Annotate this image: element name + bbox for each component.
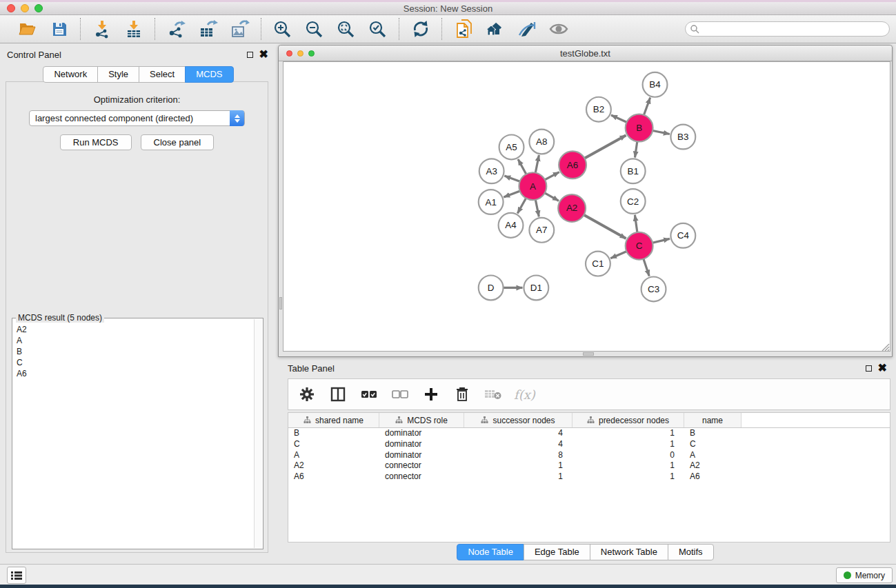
tab-node-table[interactable]: Node Table: [457, 544, 524, 560]
network-graph[interactable]: B4B2BB3A8A5A6A3B1AA1C2A2A4A7C4CC1C3DD1: [283, 62, 890, 351]
toolbar-separator: [261, 18, 261, 40]
tab-select[interactable]: Select: [139, 66, 186, 83]
graph-node-B3[interactable]: B3: [670, 125, 695, 150]
export-image-icon[interactable]: [227, 17, 252, 41]
control-panel-title: Control Panel: [3, 50, 61, 60]
graph-node-C4[interactable]: C4: [670, 223, 695, 248]
graph-node-C1[interactable]: C1: [586, 252, 610, 276]
graph-node-A3[interactable]: A3: [479, 159, 504, 183]
open-file-icon[interactable]: [14, 17, 40, 41]
list-item[interactable]: C: [14, 357, 253, 368]
table-row[interactable]: A dominator 8 0 A: [288, 450, 890, 461]
graph-node-A2[interactable]: A2: [558, 194, 586, 222]
column-header-successor-nodes[interactable]: successor nodes: [464, 413, 573, 427]
search-input[interactable]: [685, 21, 890, 37]
tab-style[interactable]: Style: [97, 66, 139, 83]
graph-node-B2[interactable]: B2: [586, 97, 611, 122]
resize-grip-icon[interactable]: [881, 342, 890, 351]
close-table-panel-icon[interactable]: ✖: [878, 365, 887, 372]
network-document-icon[interactable]: [450, 17, 476, 41]
import-table-icon[interactable]: [121, 17, 146, 41]
float-table-panel-icon[interactable]: [866, 365, 872, 372]
graph-node-D1[interactable]: D1: [524, 276, 548, 301]
horizontal-scrollbar-thumb[interactable]: [583, 352, 594, 356]
eye-icon[interactable]: [546, 17, 571, 41]
graph-node-B4[interactable]: B4: [643, 72, 668, 97]
graph-node-C2[interactable]: C2: [621, 189, 646, 214]
tab-mcds[interactable]: MCDS: [185, 66, 233, 83]
memory-button[interactable]: Memory: [836, 567, 893, 583]
export-table-icon[interactable]: [195, 17, 221, 41]
table-panel-title: Table Panel: [278, 363, 335, 374]
tab-motifs[interactable]: Motifs: [668, 544, 714, 560]
split-columns-icon[interactable]: [328, 383, 348, 405]
optimization-criterion-label: Optimization criterion:: [6, 94, 268, 105]
function-builder-icon[interactable]: f(x): [514, 387, 535, 402]
svg-text:B: B: [636, 123, 642, 133]
close-panel-button[interactable]: Close panel: [141, 134, 215, 150]
zoom-out-icon[interactable]: [301, 17, 327, 41]
delete-column-icon[interactable]: [452, 383, 472, 405]
home-icon[interactable]: [482, 17, 508, 41]
table-row[interactable]: C dominator 4 1 C: [288, 439, 890, 450]
table-panel-tabs: Node Table Edge Table Network Table Moti…: [278, 544, 893, 560]
node-table: shared name MCDS role successor nodes pr…: [288, 412, 890, 543]
svg-text:A3: A3: [486, 166, 497, 176]
graph-node-A[interactable]: A: [519, 172, 546, 200]
optimization-criterion-select[interactable]: largest connected component (directed): [29, 110, 245, 126]
refresh-icon[interactable]: [408, 17, 433, 41]
toolbar-separator: [80, 18, 81, 40]
table-row[interactable]: A2 connector 1 1 A2: [288, 460, 890, 472]
task-history-button[interactable]: [7, 567, 26, 584]
add-column-icon[interactable]: [421, 383, 441, 405]
clear-checkboxes-icon[interactable]: [390, 383, 410, 405]
tab-network[interactable]: Network: [43, 66, 98, 83]
graph-node-B1[interactable]: B1: [621, 159, 646, 183]
zoom-in-icon[interactable]: [270, 17, 295, 41]
graph-node-B[interactable]: B: [626, 114, 653, 142]
svg-text:B2: B2: [593, 104, 604, 114]
graph-node-A8[interactable]: A8: [529, 130, 554, 154]
graph-node-C3[interactable]: C3: [641, 277, 666, 302]
list-item[interactable]: A: [14, 335, 253, 346]
svg-text:A4: A4: [505, 220, 517, 230]
close-panel-icon[interactable]: ✖: [259, 51, 268, 58]
save-session-icon[interactable]: [46, 17, 72, 41]
list-item[interactable]: A2: [14, 324, 253, 335]
table-row[interactable]: B dominator 4 1 B: [288, 428, 890, 439]
column-header-name[interactable]: name: [684, 413, 741, 427]
graph-node-A7[interactable]: A7: [529, 218, 554, 243]
run-mcds-button[interactable]: Run MCDS: [60, 134, 132, 150]
control-panel: Control Panel ✖ Network Style Select MCD…: [3, 45, 274, 560]
network-window-titlebar[interactable]: testGlobe.txt: [279, 45, 892, 61]
float-panel-icon[interactable]: [247, 52, 253, 58]
import-network-icon[interactable]: [89, 17, 115, 41]
network-canvas[interactable]: B4B2BB3A8A5A6A3B1AA1C2A2A4A7C4CC1C3DD1: [283, 61, 890, 352]
graph-node-A6[interactable]: A6: [559, 151, 586, 179]
graph-node-A5[interactable]: A5: [499, 134, 524, 159]
zoom-fit-icon[interactable]: [333, 17, 359, 41]
result-scrollbar[interactable]: [254, 319, 262, 548]
tab-network-table[interactable]: Network Table: [590, 544, 668, 560]
tab-edge-table[interactable]: Edge Table: [524, 544, 590, 560]
zoom-selected-icon[interactable]: [365, 17, 390, 41]
table-row[interactable]: A6 connector 1 1 A6: [288, 472, 890, 483]
graph-node-D[interactable]: D: [479, 276, 504, 301]
graph-node-A4[interactable]: A4: [499, 213, 524, 238]
export-network-icon[interactable]: [163, 17, 189, 41]
column-header-filler: [741, 413, 890, 427]
column-header-predecessor-nodes[interactable]: predecessor nodes: [573, 413, 684, 427]
svg-text:C4: C4: [677, 230, 690, 241]
delete-table-icon[interactable]: [483, 383, 504, 405]
vertical-scrollbar-thumb[interactable]: [279, 297, 282, 310]
list-item[interactable]: A6: [14, 368, 253, 379]
graph-node-C[interactable]: C: [626, 232, 653, 260]
list-item[interactable]: B: [14, 346, 253, 357]
gear-icon[interactable]: [297, 383, 317, 405]
column-header-mcds-role[interactable]: MCDS role: [379, 413, 464, 427]
graph-node-A1[interactable]: A1: [479, 190, 504, 214]
hide-labels-icon[interactable]: [514, 17, 539, 41]
app-titlebar: Session: New Session: [0, 2, 896, 15]
select-all-checkboxes-icon[interactable]: [359, 383, 379, 405]
column-header-shared-name[interactable]: shared name: [288, 413, 379, 427]
